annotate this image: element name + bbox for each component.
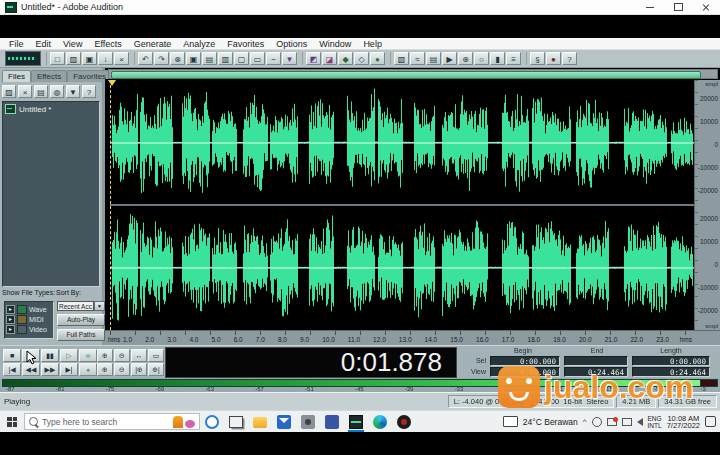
- go-to-end-button[interactable]: ▶|: [60, 363, 78, 376]
- save-file-button[interactable]: ▣: [82, 52, 97, 65]
- full-paths-button[interactable]: Full Paths: [57, 329, 105, 341]
- loop-button[interactable]: ∞: [79, 349, 97, 362]
- start-button[interactable]: [0, 411, 24, 432]
- clock[interactable]: 10:08 AM 7/27/2022: [667, 415, 700, 429]
- sel-length-field[interactable]: 0:00.000: [632, 356, 710, 366]
- touch-keyboard-icon[interactable]: [503, 416, 518, 427]
- close-button[interactable]: [692, 0, 720, 14]
- add-marker-button[interactable]: ▼: [282, 52, 297, 65]
- scripts-button[interactable]: §: [530, 52, 545, 65]
- sel-end-field[interactable]: [564, 356, 628, 366]
- cue-list-button[interactable]: ◩: [306, 52, 321, 65]
- go-to-beginning-button[interactable]: |◀: [3, 363, 21, 376]
- file-type-midi[interactable]: ▸ MIDI: [6, 314, 52, 324]
- chevron-down-icon[interactable]: ▼: [94, 301, 105, 311]
- menu-item[interactable]: Favorites: [221, 39, 270, 49]
- advanced-options-button[interactable]: ?: [82, 85, 96, 98]
- status-toggle-button[interactable]: ≡: [506, 52, 521, 65]
- import-file-button[interactable]: ↓: [98, 52, 113, 65]
- open-file-button[interactable]: ▨: [66, 52, 81, 65]
- security-alert-icon[interactable]: [607, 418, 617, 426]
- copy-button[interactable]: ▣: [186, 52, 201, 65]
- record-button[interactable]: ●: [79, 363, 97, 376]
- play-from-cursor-button[interactable]: ▷: [60, 349, 78, 362]
- file-list-item[interactable]: Untitled *: [5, 104, 97, 114]
- phase-analysis-button[interactable]: ◇: [354, 52, 369, 65]
- waveform-view-button[interactable]: ≈: [410, 52, 425, 65]
- overview-scrollbar-track[interactable]: [108, 69, 718, 79]
- zoom-out-vertical-button[interactable]: ⊖: [114, 363, 130, 376]
- time-ruler[interactable]: hms 1.02.03.04.05.06.07.08.09.010.011.01…: [105, 330, 720, 345]
- recorder-app-button[interactable]: [392, 411, 416, 432]
- cut-button[interactable]: ⊗: [170, 52, 185, 65]
- undo-button[interactable]: ↶: [138, 52, 153, 65]
- tray-expand-chevron[interactable]: ^: [583, 417, 587, 426]
- camera-app-button[interactable]: [296, 411, 320, 432]
- fast-forward-button[interactable]: ▶▶: [41, 363, 59, 376]
- menu-item[interactable]: Effects: [88, 39, 127, 49]
- stop-button[interactable]: ■: [3, 349, 21, 362]
- menu-item[interactable]: Analyze: [177, 39, 221, 49]
- help-button[interactable]: ?: [562, 52, 577, 65]
- file-type-wave[interactable]: ▸ Wave: [6, 304, 52, 314]
- crop-button[interactable]: ▢: [234, 52, 249, 65]
- delete-selection-button[interactable]: −: [266, 52, 281, 65]
- playback-cursor[interactable]: [110, 80, 111, 330]
- spectral-view-button[interactable]: ▧: [394, 52, 409, 65]
- chat-app-button[interactable]: [320, 411, 344, 432]
- play-list-button[interactable]: ◪: [322, 52, 337, 65]
- pause-button[interactable]: ▮▮: [41, 349, 59, 362]
- levels-toggle-button[interactable]: ▮: [490, 52, 505, 65]
- midi-checkbox[interactable]: ▸: [6, 315, 15, 324]
- auto-play-button[interactable]: Auto-Play: [57, 314, 105, 326]
- file-list[interactable]: Untitled *: [2, 101, 100, 287]
- file-type-video[interactable]: ▸ Video: [6, 324, 52, 334]
- menu-item[interactable]: Options: [270, 39, 313, 49]
- tab-effects[interactable]: Effects: [31, 70, 67, 82]
- insert-cd-button[interactable]: ◍: [50, 85, 64, 98]
- minimize-button[interactable]: [636, 0, 664, 14]
- notification-center-icon[interactable]: [705, 416, 716, 427]
- maximize-button[interactable]: [664, 0, 692, 14]
- language-indicator[interactable]: ENG INTL: [648, 415, 662, 429]
- zoom-left-edge-button[interactable]: |⊕: [131, 363, 147, 376]
- zoom-out-horizontal-button[interactable]: ⊖: [114, 349, 130, 362]
- close-file-button[interactable]: ×: [18, 85, 32, 98]
- cd-project-button[interactable]: ●: [370, 52, 385, 65]
- monitor-record-level-button[interactable]: ●: [546, 52, 561, 65]
- sort-by-dropdown[interactable]: Recent Acc... ▼: [57, 301, 105, 311]
- redo-button[interactable]: ↷: [154, 52, 169, 65]
- mix-paste-button[interactable]: ▥: [218, 52, 233, 65]
- zoom-to-selection-button[interactable]: ▭: [148, 349, 164, 362]
- network-globe-icon[interactable]: [592, 417, 602, 427]
- organizer-toggle-button[interactable]: ▤: [426, 52, 441, 65]
- menu-item[interactable]: Generate: [128, 39, 178, 49]
- menu-item[interactable]: Window: [313, 39, 357, 49]
- cortana-button[interactable]: [200, 411, 224, 432]
- menu-item[interactable]: Help: [357, 39, 388, 49]
- menu-item[interactable]: Edit: [30, 39, 58, 49]
- wave-checkbox[interactable]: ▸: [6, 305, 15, 314]
- time-window-toggle-button[interactable]: ○: [474, 52, 489, 65]
- zoom-in-vertical-button[interactable]: ⊕: [97, 363, 113, 376]
- playback-cursor-handle[interactable]: [108, 80, 116, 86]
- waveform-display[interactable]: [110, 80, 694, 330]
- edge-browser-button[interactable]: [368, 411, 392, 432]
- new-file-button[interactable]: □: [50, 52, 65, 65]
- battery-icon[interactable]: [622, 418, 632, 426]
- video-checkbox[interactable]: ▸: [6, 325, 15, 334]
- file-explorer-button[interactable]: [248, 411, 272, 432]
- transport-toggle-button[interactable]: ▶: [442, 52, 457, 65]
- amplitude-ruler[interactable]: smpl 20000100000-10000-20000 20000100000…: [694, 80, 720, 330]
- options-button[interactable]: ▼: [66, 85, 80, 98]
- time-display[interactable]: 0:01.878: [165, 347, 457, 378]
- task-view-button[interactable]: [224, 411, 248, 432]
- sel-begin-field[interactable]: 0:00.000: [490, 356, 560, 366]
- import-file-button[interactable]: ▨: [2, 85, 16, 98]
- zoom-right-edge-button[interactable]: ⊕|: [148, 363, 164, 376]
- frequency-analysis-button[interactable]: ◆: [338, 52, 353, 65]
- zoom-toggle-button[interactable]: ⊕: [458, 52, 473, 65]
- speaker-icon[interactable]: [637, 418, 643, 426]
- mail-app-button[interactable]: [272, 411, 296, 432]
- zoom-full-button[interactable]: ↔: [131, 349, 147, 362]
